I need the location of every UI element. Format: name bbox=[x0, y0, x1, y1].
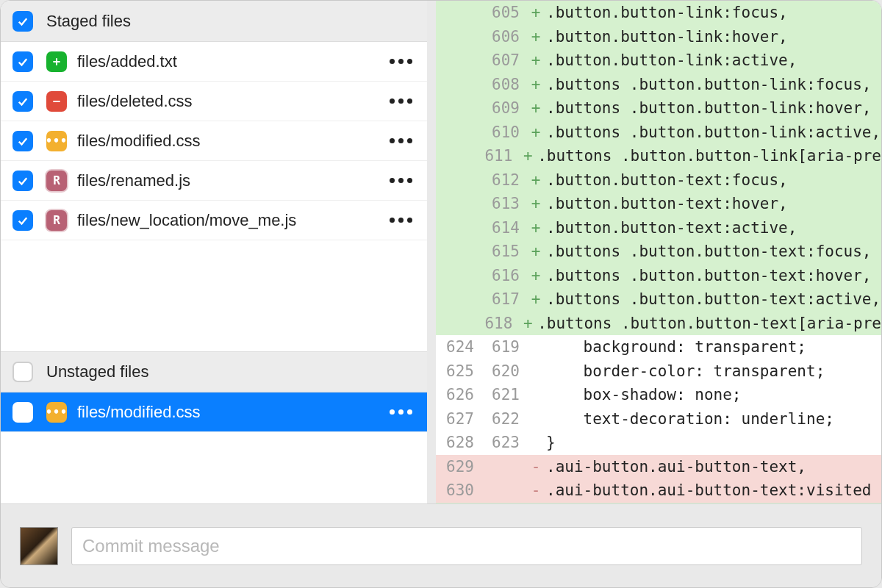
check-icon bbox=[16, 214, 29, 227]
diff-code: .buttons .button.button-link:focus, bbox=[545, 73, 881, 97]
file-path: files/modified.css bbox=[77, 132, 390, 151]
new-line-number: 610 bbox=[481, 121, 527, 145]
file-checkbox[interactable] bbox=[12, 131, 33, 151]
file-row[interactable]: files/added.txt bbox=[1, 42, 427, 82]
diff-marker: + bbox=[527, 168, 545, 193]
old-line-number bbox=[436, 96, 481, 121]
diff-line[interactable]: 629 - .aui-button.aui-button-text, bbox=[436, 455, 881, 479]
staged-section-title: Staged files bbox=[46, 12, 131, 31]
new-line-number: 616 bbox=[481, 264, 527, 288]
diff-line[interactable]: 612 + .button.button-text:focus, bbox=[436, 168, 881, 193]
file-path: files/renamed.js bbox=[77, 171, 390, 190]
diff-line[interactable]: 630 - .aui-button.aui-button-text:visite… bbox=[436, 478, 881, 503]
file-row[interactable]: ••• files/modified.css bbox=[1, 392, 427, 432]
diff-marker bbox=[527, 383, 545, 407]
diff-line[interactable]: 613 + .button.button-text:hover, bbox=[436, 192, 881, 216]
diff-line[interactable]: 605 + .button.button-link:focus, bbox=[436, 1, 881, 25]
diff-marker: - bbox=[527, 478, 545, 503]
old-line-number: 625 bbox=[436, 359, 481, 384]
diff-line[interactable]: 615 + .buttons .button.button-text:focus… bbox=[436, 240, 881, 264]
diff-line[interactable]: 625 620 border-color: transparent; bbox=[436, 359, 881, 384]
more-icon[interactable] bbox=[390, 409, 415, 415]
staged-section-header[interactable]: Staged files bbox=[1, 1, 427, 42]
diff-marker: + bbox=[527, 264, 545, 288]
diff-marker: + bbox=[527, 240, 545, 264]
diff-marker: - bbox=[527, 455, 545, 479]
new-line-number: 607 bbox=[481, 49, 527, 73]
new-line-number bbox=[481, 455, 527, 479]
file-row[interactable]: files/deleted.css bbox=[1, 82, 427, 121]
diff-line[interactable]: 627 622 text-decoration: underline; bbox=[436, 407, 881, 431]
file-row[interactable]: ••• files/modified.css bbox=[1, 121, 427, 161]
diff-viewer[interactable]: 605 + .button.button-link:focus, 606 + .… bbox=[436, 1, 881, 503]
check-icon bbox=[16, 95, 29, 108]
diff-line[interactable]: 616 + .buttons .button.button-text:hover… bbox=[436, 264, 881, 288]
new-line-number: 617 bbox=[481, 287, 527, 312]
commit-message-input[interactable] bbox=[71, 527, 862, 565]
old-line-number bbox=[436, 49, 481, 73]
unstaged-toggle-checkbox[interactable] bbox=[12, 362, 33, 382]
new-line-number: 618 bbox=[478, 312, 520, 336]
diff-code: border-color: transparent; bbox=[545, 359, 881, 384]
diff-line[interactable]: 618 + .buttons .button.button-text[aria-… bbox=[436, 312, 881, 336]
more-icon[interactable] bbox=[390, 178, 415, 183]
diff-line[interactable]: 609 + .buttons .button.button-link:hover… bbox=[436, 96, 881, 121]
diff-code: text-decoration: underline; bbox=[545, 407, 881, 431]
status-renamed-icon: R bbox=[46, 171, 67, 191]
new-line-number: 615 bbox=[481, 240, 527, 264]
diff-code: .button.button-link:focus, bbox=[545, 1, 881, 25]
file-path: files/deleted.css bbox=[77, 92, 390, 111]
more-icon[interactable] bbox=[390, 218, 415, 223]
check-icon bbox=[16, 15, 29, 28]
diff-code: box-shadow: none; bbox=[545, 383, 881, 407]
file-path: files/new_location/move_me.js bbox=[77, 211, 390, 230]
unstaged-section-header[interactable]: Unstaged files bbox=[1, 351, 427, 392]
unstaged-section-title: Unstaged files bbox=[46, 362, 148, 381]
diff-code: .buttons .button.button-text:hover, bbox=[545, 264, 881, 288]
diff-line[interactable]: 611 + .buttons .button.button-link[aria-… bbox=[436, 144, 881, 168]
staged-toggle-checkbox[interactable] bbox=[12, 11, 33, 32]
diff-marker: + bbox=[527, 287, 545, 312]
old-line-number bbox=[436, 168, 481, 193]
diff-code: .button.button-text:focus, bbox=[545, 168, 881, 193]
diff-line[interactable]: 606 + .button.button-link:hover, bbox=[436, 25, 881, 49]
new-line-number: 622 bbox=[481, 407, 527, 431]
old-line-number: 626 bbox=[436, 383, 481, 407]
file-row[interactable]: R files/new_location/move_me.js bbox=[1, 201, 427, 240]
diff-line[interactable]: 610 + .buttons .button.button-link:activ… bbox=[436, 121, 881, 145]
pane-divider[interactable] bbox=[427, 1, 436, 503]
file-row[interactable]: R files/renamed.js bbox=[1, 161, 427, 201]
diff-marker: + bbox=[520, 144, 536, 168]
diff-line[interactable]: 614 + .button.button-text:active, bbox=[436, 216, 881, 240]
avatar[interactable] bbox=[20, 527, 58, 565]
new-line-number: 619 bbox=[481, 335, 527, 359]
diff-line[interactable]: 617 + .buttons .button.button-text:activ… bbox=[436, 287, 881, 312]
more-icon[interactable] bbox=[390, 59, 415, 64]
commit-bar bbox=[1, 503, 881, 587]
old-line-number bbox=[436, 192, 481, 216]
file-checkbox[interactable] bbox=[12, 51, 33, 72]
more-icon[interactable] bbox=[390, 98, 415, 104]
file-sidebar: Staged files files/added.txt files/delet… bbox=[1, 1, 427, 503]
diff-code: .buttons .button.button-link[aria-pre bbox=[536, 144, 881, 168]
staged-file-list: files/added.txt files/deleted.css ••• fi… bbox=[1, 42, 427, 240]
diff-marker: + bbox=[520, 312, 536, 336]
diff-marker: + bbox=[527, 216, 545, 240]
new-line-number: 606 bbox=[481, 25, 527, 49]
more-icon[interactable] bbox=[390, 138, 415, 143]
new-line-number: 611 bbox=[478, 144, 520, 168]
diff-marker: + bbox=[527, 96, 545, 121]
old-line-number bbox=[436, 312, 478, 336]
diff-code: .button.button-text:active, bbox=[545, 216, 881, 240]
diff-line[interactable]: 628 623 } bbox=[436, 431, 881, 455]
diff-line[interactable]: 626 621 box-shadow: none; bbox=[436, 383, 881, 407]
diff-line[interactable]: 624 619 background: transparent; bbox=[436, 335, 881, 359]
file-checkbox[interactable] bbox=[12, 210, 33, 231]
file-checkbox[interactable] bbox=[12, 171, 33, 191]
file-checkbox[interactable] bbox=[12, 91, 33, 112]
diff-marker bbox=[527, 335, 545, 359]
file-checkbox[interactable] bbox=[12, 402, 33, 423]
old-line-number: 627 bbox=[436, 407, 481, 431]
diff-line[interactable]: 607 + .button.button-link:active, bbox=[436, 49, 881, 73]
diff-line[interactable]: 608 + .buttons .button.button-link:focus… bbox=[436, 73, 881, 97]
